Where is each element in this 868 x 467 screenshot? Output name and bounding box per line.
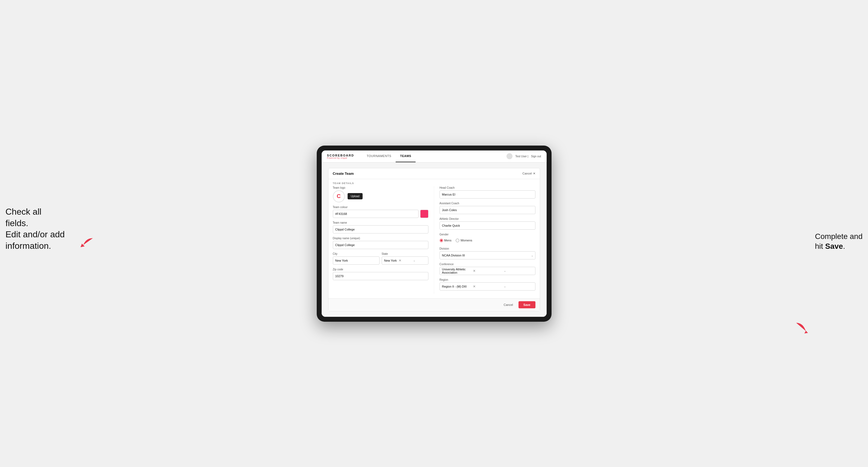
gender-group: Gender Mens Womens bbox=[440, 233, 535, 244]
tab-tournaments[interactable]: TOURNAMENTS bbox=[362, 151, 396, 162]
tablet-screen: SCOREBOARD Powered by clippd TOURNAMENTS… bbox=[322, 151, 547, 317]
state-chevron-icon: ⌄ bbox=[413, 259, 426, 262]
color-field-row bbox=[333, 210, 428, 218]
state-clear-icon[interactable]: ✕ bbox=[398, 259, 412, 262]
color-swatch[interactable] bbox=[420, 210, 428, 218]
division-select-wrapper: NCAA Division III bbox=[440, 251, 535, 259]
conference-clear-icon[interactable]: ✕ bbox=[472, 269, 503, 273]
display-name-input[interactable] bbox=[333, 241, 428, 249]
state-label: State bbox=[382, 252, 428, 255]
logo-title: SCOREBOARD bbox=[327, 154, 354, 157]
head-coach-input[interactable] bbox=[440, 190, 535, 198]
region-group: Region Region II - (M) DIII ✕ ⌄ bbox=[440, 278, 535, 290]
form-body: Team logo C Upload Team colour bbox=[329, 186, 540, 298]
section-label: TEAM DETAILS bbox=[329, 179, 540, 186]
main-content: Create Team Cancel ✕ TEAM DETAILS Team l… bbox=[322, 162, 547, 317]
tab-teams[interactable]: TEAMS bbox=[396, 151, 415, 162]
team-logo-group: Team logo C Upload bbox=[333, 186, 428, 203]
form-left-column: Team logo C Upload Team colour bbox=[333, 186, 434, 294]
team-name-group: Team name bbox=[333, 221, 428, 234]
user-label: Test User | bbox=[515, 155, 528, 158]
gender-womens-radio[interactable] bbox=[456, 239, 459, 242]
zip-code-group: Zip code bbox=[333, 268, 428, 280]
display-name-group: Display name (unique) bbox=[333, 237, 428, 249]
gender-mens-radio[interactable] bbox=[440, 239, 443, 242]
team-name-label: Team name bbox=[333, 221, 428, 224]
athletic-director-group: Athletic Director bbox=[440, 217, 535, 230]
assistant-coach-group: Assistant Coach bbox=[440, 202, 535, 214]
conference-chevron-icon: ⌄ bbox=[504, 269, 533, 272]
city-state-row: City State New York ✕ ⌄ bbox=[333, 252, 428, 264]
city-label: City bbox=[333, 252, 379, 255]
team-logo-label: Team logo bbox=[333, 186, 428, 189]
region-chevron-icon: ⌄ bbox=[504, 285, 533, 288]
create-team-form: Create Team Cancel ✕ TEAM DETAILS Team l… bbox=[328, 168, 540, 311]
conference-label: Conference bbox=[440, 263, 535, 266]
region-select[interactable]: Region II - (M) DIII ✕ ⌄ bbox=[440, 282, 535, 290]
tablet-frame: SCOREBOARD Powered by clippd TOURNAMENTS… bbox=[317, 146, 552, 322]
logo-subtitle: Powered by clippd bbox=[327, 157, 354, 159]
state-select[interactable]: New York ✕ ⌄ bbox=[382, 256, 428, 264]
team-name-input[interactable] bbox=[333, 225, 428, 234]
gender-womens-option[interactable]: Womens bbox=[456, 239, 472, 242]
gender-mens-option[interactable]: Mens bbox=[440, 239, 452, 242]
gender-label: Gender bbox=[440, 233, 535, 236]
region-clear-icon[interactable]: ✕ bbox=[472, 285, 503, 288]
annotation-right: Complete and hit Save. bbox=[815, 231, 863, 251]
close-icon: ✕ bbox=[533, 172, 535, 175]
form-footer: Cancel Save bbox=[329, 298, 540, 311]
form-header: Create Team Cancel ✕ bbox=[329, 168, 540, 179]
logo-circle: C bbox=[333, 190, 345, 203]
gender-radio-group: Mens Womens bbox=[440, 237, 535, 244]
division-group: Division NCAA Division III bbox=[440, 247, 535, 259]
avatar bbox=[506, 153, 513, 159]
arrow-right-indicator bbox=[795, 321, 811, 336]
app-logo: SCOREBOARD Powered by clippd bbox=[327, 154, 354, 159]
city-group: City bbox=[333, 252, 379, 264]
division-select[interactable]: NCAA Division III bbox=[440, 251, 535, 259]
form-title: Create Team bbox=[333, 172, 354, 176]
upload-button[interactable]: Upload bbox=[348, 193, 363, 199]
nav-tabs: TOURNAMENTS TEAMS bbox=[362, 151, 506, 162]
annotation-left: Check all fields. Edit and/or add inform… bbox=[5, 206, 65, 251]
state-group: State New York ✕ ⌄ bbox=[382, 252, 428, 264]
zip-input[interactable] bbox=[333, 272, 428, 280]
head-coach-group: Head Coach bbox=[440, 186, 535, 198]
head-coach-label: Head Coach bbox=[440, 186, 535, 189]
athletic-director-label: Athletic Director bbox=[440, 217, 535, 220]
navigation-bar: SCOREBOARD Powered by clippd TOURNAMENTS… bbox=[322, 151, 547, 162]
cancel-top[interactable]: Cancel ✕ bbox=[522, 172, 535, 175]
display-name-label: Display name (unique) bbox=[333, 237, 428, 240]
arrow-left-indicator bbox=[78, 237, 94, 249]
city-input[interactable] bbox=[333, 256, 379, 264]
conference-group: Conference University Athletic Associati… bbox=[440, 263, 535, 275]
conference-select[interactable]: University Athletic Association ✕ ⌄ bbox=[440, 267, 535, 275]
zip-label: Zip code bbox=[333, 268, 428, 271]
assistant-coach-label: Assistant Coach bbox=[440, 202, 535, 205]
team-colour-group: Team colour bbox=[333, 206, 428, 218]
assistant-coach-input[interactable] bbox=[440, 206, 535, 214]
cancel-button[interactable]: Cancel bbox=[501, 302, 516, 308]
division-label: Division bbox=[440, 247, 535, 250]
logo-area: C Upload bbox=[333, 190, 428, 203]
region-label: Region bbox=[440, 278, 535, 281]
signout-link[interactable]: Sign out bbox=[531, 155, 541, 158]
nav-right: Test User | Sign out bbox=[506, 153, 541, 159]
form-right-column: Head Coach Assistant Coach Athletic Dire… bbox=[434, 186, 535, 294]
team-colour-input[interactable] bbox=[333, 210, 418, 218]
athletic-director-input[interactable] bbox=[440, 221, 535, 230]
save-button[interactable]: Save bbox=[519, 301, 535, 308]
team-colour-label: Team colour bbox=[333, 206, 428, 209]
